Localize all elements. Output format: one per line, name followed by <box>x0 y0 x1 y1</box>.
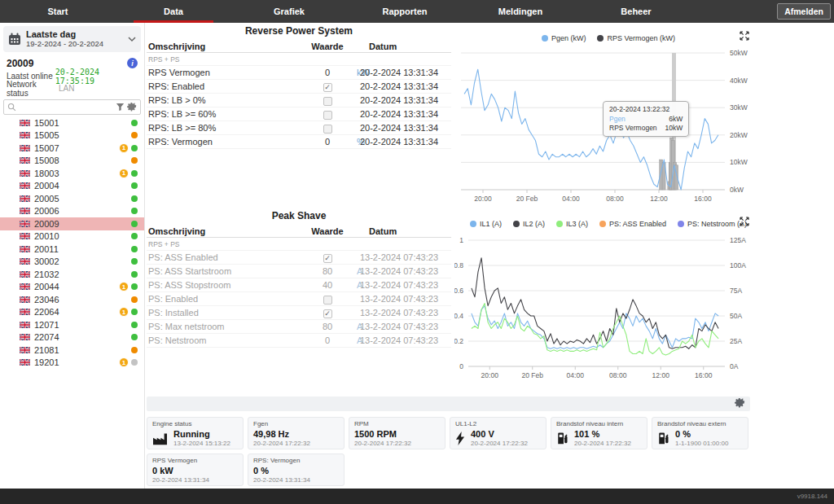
device-row-22064[interactable]: 220641 <box>0 306 144 319</box>
device-row-15007[interactable]: 150071 <box>0 142 144 155</box>
device-row-30002[interactable]: 30002 <box>0 256 144 269</box>
device-row-18003[interactable]: 180031 <box>0 167 144 180</box>
device-row-20011[interactable]: 20011 <box>0 243 144 256</box>
chart-power-legend: Pgen (kW)RPS Vermogen (kW) <box>454 34 762 42</box>
legend-marker <box>542 35 548 42</box>
flag-icon <box>20 170 34 177</box>
row-checkbox[interactable] <box>323 125 332 134</box>
chevron-down-icon[interactable] <box>128 37 136 42</box>
status-tile-rps-vermogen: RPS Vermogen0 kW20-2-2024 13:31:34 <box>147 454 244 486</box>
period-range: 19-2-2024 - 20-2-2024 <box>26 40 123 49</box>
device-row-20005[interactable]: 20005 <box>0 192 144 205</box>
device-row-20006[interactable]: 20006 <box>0 205 144 218</box>
bolt-icon <box>455 432 465 445</box>
nav-tab-data[interactable]: Data <box>116 0 231 23</box>
row-checkbox[interactable]: ✓ <box>323 309 332 318</box>
fuel-icon <box>556 432 568 445</box>
x-axis-label: 04:00 <box>562 195 580 203</box>
warning-badge: 1 <box>119 282 129 291</box>
x-axis-label: 12:00 <box>652 371 670 379</box>
device-label: 15001 <box>34 118 131 128</box>
tooltip-timestamp: 20-2-2024 13:22:32 <box>609 105 683 113</box>
column-header: Omschrijving <box>148 42 205 51</box>
flag-icon <box>20 296 34 303</box>
table-row: PS: Max netstroom80A13-2-2024 07:43:23 <box>147 320 451 334</box>
device-row-20004[interactable]: 20004 <box>0 180 144 193</box>
status-tiles-row-2: RPS Vermogen0 kW20-2-2024 13:31:34RPS: V… <box>147 454 345 486</box>
row-checkbox[interactable] <box>323 97 332 106</box>
nav-tab-beheer[interactable]: Beheer <box>578 0 694 23</box>
expand-icon[interactable] <box>740 215 749 230</box>
settings-gear-icon[interactable] <box>735 398 745 409</box>
chart-power: Pgen (kW)RPS Vermogen (kW) 0kW10kW20kW30… <box>454 23 762 208</box>
device-row-12071[interactable]: 12071 <box>0 318 144 331</box>
status-toolbar <box>147 397 750 411</box>
status-dot-green <box>131 283 138 290</box>
app-root: StartDataGrafiekRapportenMeldingenBeheer… <box>0 0 834 504</box>
gear-icon[interactable] <box>127 103 137 112</box>
row-label: PS: Installed <box>148 308 199 318</box>
status-dot-green <box>131 120 138 126</box>
y-axis-label: 50kW <box>730 49 748 57</box>
legend-item[interactable]: IL2 (A) <box>513 220 545 228</box>
legend-item[interactable]: RPS Vermogen (kW) <box>597 34 675 42</box>
row-value: 0 <box>303 335 352 345</box>
x-axis-label: 20 Feb <box>522 371 544 379</box>
tooltip-series-name: RPS Vermogen <box>609 124 657 133</box>
chart-currents-plot: 0A025A0.250A0.475A0.6100A0.8125A120:0020… <box>454 208 762 394</box>
device-row-15001[interactable]: 15001 <box>0 116 144 129</box>
nav-tab-meldingen[interactable]: Meldingen <box>463 0 578 23</box>
device-row-23046[interactable]: 23046 <box>0 293 144 306</box>
device-row-22074[interactable]: 22074 <box>0 331 144 344</box>
search-input[interactable] <box>19 102 113 112</box>
device-label: 19201 <box>34 357 119 367</box>
x-axis-label: 08:00 <box>606 195 624 203</box>
expand-icon[interactable] <box>740 29 749 44</box>
row-checkbox[interactable]: ✓ <box>323 83 332 92</box>
row-label: RPS: LB >= 60% <box>148 109 216 119</box>
flag-icon <box>20 246 34 252</box>
y-axis-label: 125A <box>730 236 746 244</box>
row-checkbox[interactable] <box>323 111 332 120</box>
nav-tab-start[interactable]: Start <box>0 0 116 23</box>
legend-item[interactable]: IL3 (A) <box>556 220 588 228</box>
legend-item[interactable]: PS: Netstroom (A) <box>678 220 747 228</box>
period-selector[interactable]: Laatste dag 19-2-2024 - 20-2-2024 <box>3 26 141 52</box>
device-row-20044[interactable]: 200441 <box>0 281 144 294</box>
status-dot-green <box>131 334 138 340</box>
device-row-15005[interactable]: 15005 <box>0 129 144 142</box>
row-checkbox[interactable]: ✓ <box>323 254 332 263</box>
nav-tab-grafiek[interactable]: Grafiek <box>231 0 347 23</box>
device-row-20010[interactable]: 20010 <box>0 230 144 243</box>
nav-tab-rapporten[interactable]: Rapporten <box>347 0 463 23</box>
flag-icon <box>20 182 34 189</box>
legend-item[interactable]: IL1 (A) <box>470 220 502 228</box>
legend-item[interactable]: PS: ASS Enabled <box>599 220 666 228</box>
device-row-20009[interactable]: 20009 <box>0 217 144 230</box>
device-row-21032[interactable]: 21032 <box>0 268 144 281</box>
tile-date: 20-2-2024 13:31:34 <box>253 476 310 484</box>
logout-button[interactable]: Afmelden <box>777 3 831 20</box>
device-row-15008[interactable]: 15008 <box>0 155 144 168</box>
legend-label: RPS Vermogen (kW) <box>607 34 675 42</box>
device-row-19201[interactable]: 192011 <box>0 357 144 370</box>
flag-icon <box>20 208 34 214</box>
table-reverse-power-system: Reverse Power SystemOmschrijvingWaardeDa… <box>147 23 451 149</box>
legend-item[interactable]: Pgen (kW) <box>542 34 586 42</box>
nav-tabs: StartDataGrafiekRapportenMeldingenBeheer <box>0 0 694 23</box>
table-row: RPS: LB > 0%20-2-2024 13:31:34 <box>147 94 451 107</box>
status-dot-green <box>131 322 138 328</box>
status-tile-brandstof-niveau-intern: Brandstof niveau intern101 %20-2-2024 17… <box>551 417 647 449</box>
status-tile-rpm: RPM1500 RPM20-2-2024 17:22:32 <box>349 417 446 449</box>
filter-icon[interactable] <box>116 103 125 112</box>
row-checkbox[interactable] <box>323 296 332 305</box>
tile-readout: 0 %20-2-2024 13:31:34 <box>253 466 310 485</box>
row-date: 20-2-2024 13:31:34 <box>360 109 438 119</box>
tile-body: 0 %1-1-1900 01:00:00 <box>657 429 743 449</box>
row-date: 13-2-2024 07:43:23 <box>360 335 438 345</box>
flag-icon <box>20 233 34 239</box>
row-date: 13-2-2024 07:43:23 <box>360 280 438 290</box>
sidebar: Laatste dag 19-2-2024 - 20-2-2024 20009 … <box>0 23 145 489</box>
row-label: PS: ASS Stopstroom <box>148 280 231 290</box>
device-row-21081[interactable]: 21081 <box>0 344 144 357</box>
